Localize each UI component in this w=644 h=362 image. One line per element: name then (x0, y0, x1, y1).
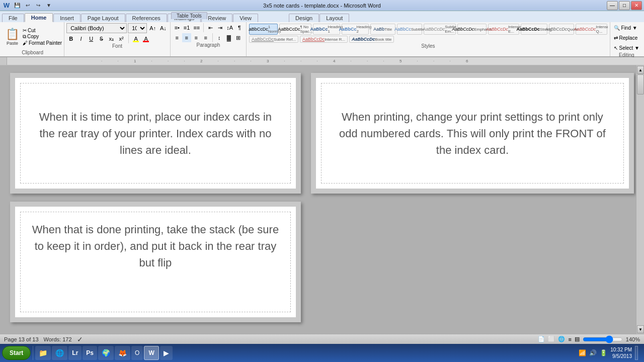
style-heading2[interactable]: AaBbCc Heading 2 (342, 24, 369, 35)
copy-button[interactable]: ⧉ Copy (23, 34, 62, 40)
redo-button[interactable]: ↪ (34, 1, 43, 10)
taskbar-word[interactable]: W (144, 346, 158, 360)
ribbon-content: 📋 Paste ✂ Cut ⧉ Copy 🖌 Format Painter Cl… (0, 22, 644, 57)
zoom-slider[interactable] (583, 336, 623, 342)
network-icon: 📶 (579, 349, 586, 356)
zoom-level: 140% (626, 336, 640, 342)
style-subtle-em[interactable]: AaBbCcDc Subtle Em... (424, 24, 456, 35)
taskbar-firefox[interactable]: 🦊 (115, 346, 130, 360)
tab-references[interactable]: References (126, 14, 167, 22)
borders-button[interactable]: ⊞ (234, 33, 243, 42)
scroll-down-button[interactable]: ▼ (637, 325, 644, 333)
decrease-indent-button[interactable]: ⇤ (206, 23, 215, 32)
view-web-button[interactable]: 🌐 (558, 336, 565, 342)
card-1-inner[interactable]: When it is time to print, place our inde… (20, 83, 291, 184)
grow-font-button[interactable]: A↑ (148, 24, 157, 33)
sep2 (203, 23, 204, 32)
tab-layout[interactable]: Layout (319, 14, 349, 22)
scrollbar-vertical[interactable]: ▲ ▼ (636, 65, 644, 334)
card-3-inner[interactable]: When that is done printing, take the sta… (20, 212, 291, 312)
font-size-select[interactable]: 10 11 12 14 18 (128, 23, 147, 33)
restore-button[interactable]: □ (619, 1, 630, 10)
style-subtle-ref[interactable]: AaBbCcDc Subtle Ref... (249, 36, 298, 43)
font-family-select[interactable]: Calibri (Body) (66, 23, 127, 33)
select-button[interactable]: ↖ Select ▼ (612, 43, 641, 52)
style-intense-q[interactable]: AaBbCcDc Intense Q... (576, 24, 607, 35)
view-full-button[interactable]: ⬜ (548, 336, 555, 342)
scroll-up-button[interactable]: ▲ (637, 66, 644, 74)
align-right-button[interactable]: ≡ (192, 33, 201, 42)
paste-button[interactable]: 📋 Paste (3, 26, 22, 47)
tab-file[interactable]: File (2, 14, 24, 22)
style-title[interactable]: AaBb Title (370, 24, 395, 35)
underline-button[interactable]: U (87, 34, 96, 43)
view-outline-button[interactable]: ≡ (568, 336, 571, 342)
minimize-button[interactable]: — (607, 1, 618, 10)
tab-home[interactable]: Home (25, 13, 53, 22)
style-intense-r[interactable]: AaBbCcDc Intense R... (300, 36, 348, 43)
close-button[interactable]: ✕ (631, 1, 642, 10)
style-intense-e[interactable]: AaBbCcDc Intense E... (488, 24, 519, 35)
style-strong[interactable]: AaBbCcDc Strong (521, 24, 547, 35)
tab-insert[interactable]: Insert (53, 14, 80, 22)
show-para-button[interactable]: ¶ (235, 23, 244, 32)
view-draft-button[interactable]: ▤ (575, 336, 580, 342)
quick-access-toolbar[interactable]: W 💾 ↩ ↪ ▼ (2, 1, 53, 10)
multilevel-button[interactable]: ≡≡ (192, 23, 201, 32)
taskbar-lightroom[interactable]: Lr (68, 346, 82, 360)
strikethrough-button[interactable]: S̶ (97, 34, 106, 43)
taskbar-opera[interactable]: O (131, 346, 143, 360)
style-normal[interactable]: AaBbCcDc 1 Normal (249, 24, 278, 35)
bullets-button[interactable]: ≡• (173, 23, 182, 32)
shading-button[interactable]: ▓ (224, 33, 233, 42)
taskbar-photoshop[interactable]: Ps (83, 346, 97, 360)
cut-button[interactable]: ✂ Cut (23, 28, 62, 33)
style-book-title[interactable]: AaBbCcDc Book title (349, 36, 394, 43)
show-desktop-button[interactable] (635, 346, 638, 360)
system-tray: 📶 🔊 🔋 10:32 PM 9/5/2013 (579, 346, 642, 360)
view-print-button[interactable]: 📄 (538, 336, 545, 342)
style-emphasis[interactable]: AaBbCcDc Emphasis (457, 24, 487, 35)
align-left-button[interactable]: ≡ (173, 33, 182, 42)
shrink-font-button[interactable]: A↓ (158, 24, 168, 33)
numbering-button[interactable]: ≡1 (182, 23, 192, 32)
customize-qa[interactable]: ▼ (44, 1, 53, 10)
style-heading1[interactable]: AaBbCc Heading 1 (313, 24, 340, 35)
taskbar-ie[interactable]: 🌐 (52, 346, 67, 360)
line-spacing-button[interactable]: ↕ (215, 33, 224, 42)
superscript-button[interactable]: x² (117, 34, 126, 43)
clock-display[interactable]: 10:32 PM 9/5/2013 (610, 346, 632, 359)
spell-check-icon[interactable]: ✓ (77, 335, 83, 343)
tab-view[interactable]: View (233, 14, 258, 22)
font-color-button[interactable]: A (141, 34, 150, 43)
status-left: Page 13 of 13 Words: 172 ✓ (4, 335, 83, 343)
card-2-inner[interactable]: When printing, change your print setting… (321, 83, 624, 184)
taskbar-chrome[interactable]: 🌍 (98, 346, 114, 360)
subscript-button[interactable]: x₂ (107, 34, 116, 43)
tab-design[interactable]: Design (289, 14, 319, 22)
save-button[interactable]: 💾 (13, 1, 22, 10)
justify-button[interactable]: ≡ (201, 33, 210, 42)
style-quote[interactable]: AaBbCcDc Quote (549, 24, 574, 35)
table-tools-tab[interactable]: Table Tools (171, 12, 207, 19)
italic-button[interactable]: I (76, 34, 86, 43)
format-painter-button[interactable]: 🖌 Format Painter (23, 40, 62, 46)
increase-indent-button[interactable]: ⇥ (215, 23, 224, 32)
start-button[interactable]: Start (2, 346, 31, 360)
sort-button[interactable]: ↕A (225, 23, 234, 32)
scroll-thumb[interactable] (637, 74, 644, 95)
taskbar: Start 📁 🌐 Lr Ps 🌍 🦊 O W ▶ 📶 🔊 🔋 10:32 PM… (0, 344, 644, 362)
replace-button[interactable]: ⇄ Replace (612, 33, 639, 42)
taskbar-vlc[interactable]: ▶ (160, 346, 173, 360)
card-3-text: When that is done printing, take the sta… (31, 221, 280, 271)
bold-button[interactable]: B (66, 34, 75, 43)
style-no-spacing[interactable]: AaBbCcDc ¶ No Spac... (279, 24, 311, 35)
tab-page-layout[interactable]: Page Layout (81, 14, 125, 22)
taskbar-file-explorer[interactable]: 📁 (35, 346, 51, 360)
undo-button[interactable]: ↩ (23, 1, 32, 10)
align-center-button[interactable]: ≡ (182, 33, 191, 42)
highlight-button[interactable]: A (131, 34, 140, 43)
find-button[interactable]: 🔍 Find ▼ (612, 23, 639, 32)
style-subtitle[interactable]: AaBbCc Subtitle (397, 24, 422, 35)
window-controls[interactable]: — □ ✕ (607, 1, 642, 10)
